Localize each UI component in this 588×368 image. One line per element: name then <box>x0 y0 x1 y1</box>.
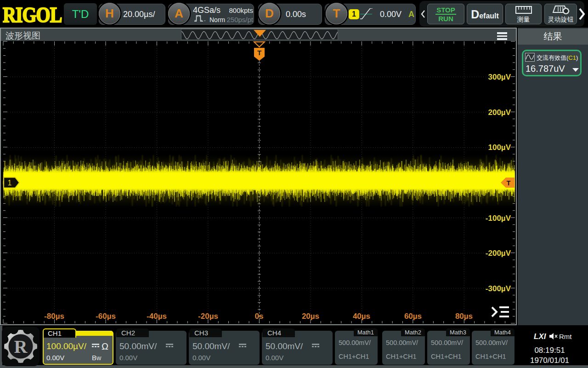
svg-text:-20µs: -20µs <box>198 312 218 321</box>
svg-text:-80µs: -80µs <box>44 312 64 321</box>
svg-text:-100µV: -100µV <box>486 214 511 223</box>
svg-text:80µs: 80µs <box>455 312 473 321</box>
svg-text:60µs: 60µs <box>404 312 422 321</box>
svg-text:-60µs: -60µs <box>96 312 116 321</box>
svg-text:200µV: 200µV <box>488 108 511 117</box>
svg-text:100µV: 100µV <box>488 143 511 152</box>
svg-text:-300µV: -300µV <box>486 284 511 293</box>
svg-text:40µs: 40µs <box>353 312 370 321</box>
svg-text:0s: 0s <box>255 312 264 321</box>
svg-text:T: T <box>257 49 261 57</box>
svg-text:R: R <box>14 336 28 357</box>
svg-text:300µV: 300µV <box>488 73 511 81</box>
svg-text:20µs: 20µs <box>302 312 319 321</box>
svg-text:T: T <box>507 179 511 187</box>
svg-text:-40µs: -40µs <box>147 312 167 321</box>
svg-text:1: 1 <box>8 179 12 187</box>
svg-text:-200µV: -200µV <box>486 249 511 258</box>
